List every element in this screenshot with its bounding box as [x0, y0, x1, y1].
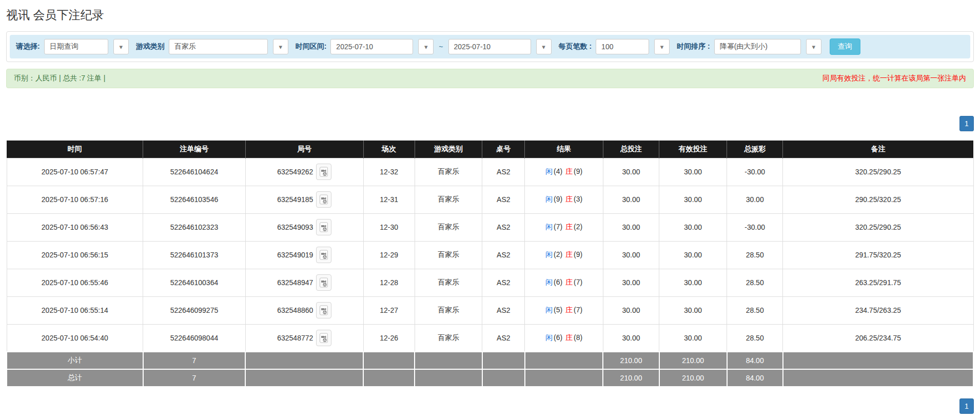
subtotal-count-cell: 7 [143, 352, 246, 369]
video-icon [319, 305, 328, 315]
total-bet-cell[interactable]: 30.00 [603, 241, 659, 269]
select-type-label: 请选择: [16, 42, 40, 51]
game-category-cell: 百家乐 [415, 158, 482, 186]
time-sort-caret-button[interactable]: ▾ [806, 39, 821, 54]
column-header: 注单编号 [143, 141, 246, 158]
page-1-button-top[interactable]: 1 [959, 116, 974, 131]
select-type-caret-button[interactable]: ▾ [113, 39, 129, 54]
time-cell: 2025-07-10 06:56:43 [7, 213, 143, 241]
chevron-down-icon: ▾ [660, 44, 664, 50]
total-empty-cell [783, 369, 973, 387]
result-banker-points: (2) [573, 223, 583, 231]
result-player-points: (5) [553, 306, 563, 314]
column-header: 总派彩 [727, 141, 783, 158]
time-cell: 2025-07-10 06:54:40 [7, 324, 143, 352]
result-player: 闲 [545, 195, 553, 203]
result-cell: 闲(6) 庄(8) [525, 324, 603, 352]
time-sort-value: 降幂(由大到小) [720, 42, 768, 51]
column-header: 局号 [245, 141, 363, 158]
payout-cell: 28.50 [727, 241, 783, 269]
remark-cell: 291.75/320.25 [783, 241, 973, 269]
round-number: 632548772 [277, 334, 313, 342]
subtotal-empty-cell [415, 352, 482, 369]
total-label-cell: 总计 [7, 369, 143, 387]
column-header: 总投注 [603, 141, 659, 158]
subtotal-empty-cell [363, 352, 415, 369]
result-player-points: (9) [553, 195, 563, 203]
result-player: 闲 [545, 306, 553, 314]
search-button[interactable]: 查询 [830, 38, 860, 55]
time-cell: 2025-07-10 06:57:16 [7, 186, 143, 213]
valid-bet-cell: 30.00 [659, 324, 727, 352]
bet-id-cell: 522646104624 [143, 158, 246, 186]
select-type-dropdown[interactable]: 日期查询 [44, 39, 108, 54]
total-bet-cell[interactable]: 30.00 [603, 296, 659, 324]
valid-bet-cell: 30.00 [659, 186, 727, 213]
column-header: 游戏类别 [415, 141, 482, 158]
remark-cell: 234.75/263.25 [783, 296, 973, 324]
result-cell: 闲(9) 庄(3) [525, 186, 603, 213]
page-size-dropdown[interactable]: 100 [596, 39, 649, 54]
result-player-points: (4) [553, 167, 563, 175]
total-bet-cell[interactable]: 30.00 [603, 186, 659, 213]
date-from-value: 2025-07-10 [336, 43, 373, 51]
page-size-caret-button[interactable]: ▾ [654, 39, 670, 54]
total-bet-cell[interactable]: 30.00 [603, 158, 659, 186]
total-valid-bet-cell: 210.00 [659, 369, 727, 387]
result-player: 闲 [545, 278, 553, 286]
video-replay-button[interactable] [316, 191, 331, 208]
total-bet-cell[interactable]: 30.00 [603, 213, 659, 241]
session-cell: 12-27 [363, 296, 415, 324]
time-cell: 2025-07-10 06:56:15 [7, 241, 143, 269]
date-from-caret-button[interactable]: ▾ [418, 39, 434, 54]
payout-cell: 30.00 [727, 186, 783, 213]
round-cell: 632549262 [245, 158, 363, 186]
column-header: 桌号 [482, 141, 525, 158]
table-row: 2025-07-10 06:55:46522646100364632548947… [7, 269, 973, 296]
session-cell: 12-29 [363, 241, 415, 269]
column-header: 时间 [7, 141, 143, 158]
date-from-dropdown[interactable]: 2025-07-10 [330, 39, 413, 54]
video-icon [319, 194, 328, 205]
result-player-points: (2) [553, 250, 563, 258]
video-replay-button[interactable] [316, 247, 331, 263]
date-to-dropdown[interactable]: 2025-07-10 [448, 39, 531, 54]
table-number-cell: AS2 [482, 213, 525, 241]
summary-bar: 币别：人民币 | 总共 :7 注单 | 同局有效投注，统一计算在该局第一张注单内 [6, 69, 974, 88]
subtotal-row: 小计7210.00210.0084.00 [7, 352, 973, 369]
summary-note-text: 同局有效投注，统一计算在该局第一张注单内 [822, 74, 966, 83]
game-category-caret-button[interactable]: ▾ [273, 39, 288, 54]
game-category-dropdown[interactable]: 百家乐 [169, 39, 268, 54]
total-bet-cell[interactable]: 30.00 [603, 324, 659, 352]
column-header: 结果 [525, 141, 603, 158]
summary-currency-text: 币别：人民币 | 总共 :7 注单 | [14, 74, 105, 83]
video-replay-button[interactable] [316, 330, 331, 346]
video-icon [319, 222, 328, 232]
video-icon [319, 333, 328, 343]
time-range-label: 时间区间: [296, 42, 327, 51]
round-cell: 632548947 [245, 269, 363, 296]
table-number-cell: AS2 [482, 186, 525, 213]
total-empty-cell [525, 369, 603, 387]
game-category-cell: 百家乐 [415, 241, 482, 269]
betting-records-page: 视讯 会员下注纪录 请选择: 日期查询 ▾ 游戏类别 百家乐 ▾ 时间区间: 2… [0, 0, 980, 414]
time-sort-dropdown[interactable]: 降幂(由大到小) [714, 39, 801, 54]
payout-cell: 28.50 [727, 269, 783, 296]
page-1-button-bottom[interactable]: 1 [959, 398, 974, 414]
game-category-cell: 百家乐 [415, 186, 482, 213]
video-replay-button[interactable] [316, 164, 331, 180]
video-replay-button[interactable] [316, 274, 331, 291]
result-banker: 庄 [565, 195, 573, 203]
date-to-caret-button[interactable]: ▾ [536, 39, 552, 54]
session-cell: 12-31 [363, 186, 415, 213]
subtotal-payout-cell: 84.00 [727, 352, 783, 369]
result-banker: 庄 [565, 306, 573, 314]
video-replay-button[interactable] [316, 302, 331, 318]
round-cell: 632549093 [245, 213, 363, 241]
video-replay-button[interactable] [316, 219, 331, 235]
total-bet-cell[interactable]: 30.00 [603, 269, 659, 296]
chevron-down-icon: ▾ [119, 44, 123, 50]
result-player-points: (7) [553, 223, 563, 231]
subtotal-empty-cell [245, 352, 363, 369]
time-cell: 2025-07-10 06:55:14 [7, 296, 143, 324]
